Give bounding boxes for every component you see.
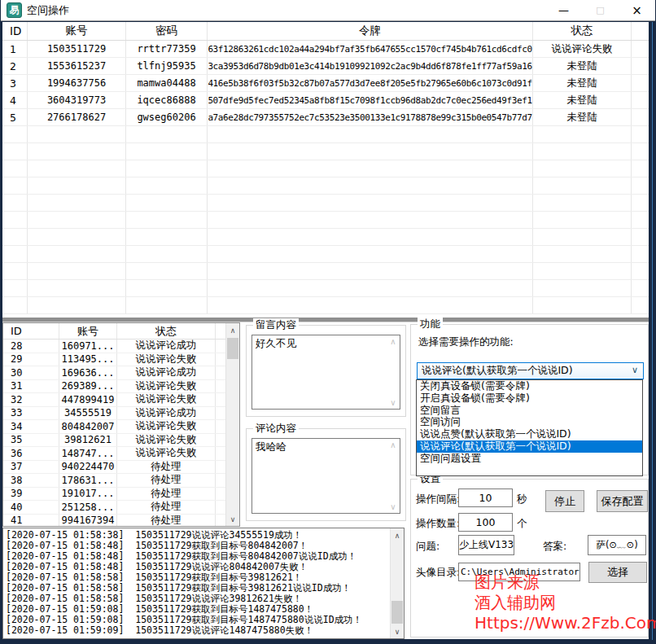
table-cell: ID: [3, 323, 59, 339]
scroll-up-icon[interactable]: ∧: [391, 528, 404, 542]
table-cell: 2: [2, 58, 28, 74]
dropdown-item[interactable]: 空间留言: [417, 405, 642, 417]
table-cell: [2, 126, 28, 142]
dropdown-item[interactable]: 空间问题设置: [417, 453, 642, 465]
table-cell: [2, 246, 28, 262]
empty-row: [2, 212, 649, 229]
table-cell: 待处理: [117, 488, 216, 501]
table-row[interactable]: 31994637756mamwa04488416e5b38f6f03f5b32c…: [2, 75, 649, 92]
table-row[interactable]: 29113495...说说评论失败: [3, 353, 239, 367]
table-row[interactable]: 36148747...说说评论失败: [3, 447, 239, 461]
table-cell: 39812621: [59, 434, 117, 447]
empty-row: [2, 195, 649, 212]
table-cell: 148747...: [59, 447, 117, 460]
table-row[interactable]: 28160971...说说评论成功: [3, 340, 239, 353]
log-box[interactable]: [2020-07-15 01:58:38] 1503511729说说评论3455…: [2, 528, 405, 639]
comment-textarea[interactable]: 我哈哈 ∧ ∨: [251, 438, 400, 514]
table-row[interactable]: 30169636...说说评论成功: [3, 366, 239, 380]
table-cell: [2, 229, 28, 245]
count-input[interactable]: [458, 513, 513, 532]
table-row[interactable]: 34804842007说说评论失败: [3, 420, 239, 434]
table-cell: [28, 143, 126, 160]
table-cell: 39: [3, 488, 59, 501]
table-cell: 160971...: [59, 340, 117, 353]
count-unit: 个: [517, 517, 527, 531]
scroll-up-icon[interactable]: ∧: [226, 323, 239, 337]
dropdown-item[interactable]: 说说点赞(默认获取第一个说说ID): [417, 428, 642, 440]
stop-button[interactable]: 停止: [545, 490, 584, 512]
scroll-up-icon[interactable]: ∧: [388, 337, 398, 346]
table-row[interactable]: 3539812621说说评论失败: [3, 434, 239, 448]
table-row[interactable]: 43604319773iqcec86888507dfe9d5fec7ed5234…: [2, 92, 649, 109]
table-cell: [533, 297, 632, 313]
function-combobox[interactable]: 说说评论(默认获取第一个说说ID) ∨: [417, 362, 644, 379]
table-row[interactable]: 38178631...待处理: [3, 474, 239, 488]
table-cell: [28, 297, 126, 313]
results-table: ID账号状态28160971...说说评论成功29113495...说说评论失败…: [2, 322, 240, 527]
scroll-down-icon[interactable]: ∨: [391, 624, 404, 638]
empty-row: [2, 160, 649, 177]
avatar-dir-label: 头像目录:: [416, 566, 460, 580]
table-row[interactable]: 21553615237tlfnj959353ca3953d6d78b9db01e…: [2, 58, 649, 75]
table-row[interactable]: 32447899419说说评论失败: [3, 393, 239, 407]
table-row[interactable]: 3334555519说说评论成功: [3, 407, 239, 421]
dropdown-item[interactable]: 关闭真设备锁(需要令牌): [417, 380, 642, 392]
save-config-button[interactable]: 保存配置: [597, 490, 648, 512]
table-cell: [126, 143, 208, 160]
scroll-up-icon[interactable]: ∧: [388, 440, 398, 449]
table-cell: [126, 126, 208, 142]
table-cell: 38: [3, 474, 59, 487]
table-cell: [2, 160, 28, 177]
dropdown-item[interactable]: 空间访问: [417, 416, 642, 428]
answer-label: 答案:: [543, 540, 566, 554]
log-scrollbar[interactable]: ∧ ∨: [390, 528, 404, 638]
table-cell: [533, 195, 632, 211]
scroll-down-icon[interactable]: ∨: [388, 398, 398, 407]
table-cell: 169636...: [59, 366, 117, 379]
scroll-down-icon[interactable]: ∨: [388, 502, 398, 511]
table-cell: 说说评论失败: [117, 434, 216, 447]
message-text: 好久不见: [252, 335, 400, 353]
titlebar: 易 空间操作 — □ ×: [1, 0, 655, 21]
table-cell: [28, 195, 126, 211]
question-input[interactable]: [458, 535, 514, 555]
table-cell: gwseg60206: [126, 109, 208, 125]
interval-input[interactable]: [458, 488, 513, 507]
log-line: [2020-07-15 01:59:09] 1503511729说说评论1487…: [6, 625, 401, 636]
table-cell: [533, 263, 632, 279]
table-cell: 804842007: [59, 420, 117, 433]
minimize-button[interactable]: —: [545, 0, 582, 20]
scroll-thumb[interactable]: [391, 601, 403, 624]
table-row[interactable]: 41994167394待处理: [3, 515, 239, 528]
table-row[interactable]: 40251258...待处理: [3, 501, 239, 515]
group-title: 功能: [418, 318, 443, 331]
table-cell: 账号: [59, 323, 117, 339]
close-icon[interactable]: ×: [619, 0, 655, 20]
splitter: [2, 317, 649, 322]
table-cell: 4: [2, 92, 28, 108]
table-cell: 63f12863261cdc102a44a294bf7af35fb647655c…: [208, 41, 533, 57]
table-cell: [533, 229, 632, 245]
table-row[interactable]: 39191017...待处理: [3, 488, 239, 502]
watermark-line: 酒入辅助网: [475, 593, 656, 613]
scroll-down-icon[interactable]: ∨: [226, 512, 239, 526]
answer-input[interactable]: [588, 535, 646, 555]
table-cell: 待处理: [117, 474, 216, 487]
accounts-table: ID账号密码令牌状态11503511729rrttr7735963f128632…: [2, 22, 649, 317]
scroll-thumb[interactable]: [227, 338, 238, 359]
table-cell: [208, 195, 533, 211]
table-row[interactable]: 31269389...说说评论失败: [3, 380, 239, 394]
table-cell: [632, 246, 649, 262]
table-cell: 41: [3, 515, 59, 528]
table-row[interactable]: 11503511729rrttr7735963f12863261cdc102a4…: [2, 41, 649, 58]
table-cell: [632, 41, 649, 57]
table-row[interactable]: 52766178627gwseg60206a7a6e28dc797355752e…: [2, 109, 649, 126]
dropdown-item[interactable]: 说说评论(默认获取第一个说说ID): [417, 440, 642, 453]
dropdown-item[interactable]: 开启真设备锁(需要令牌): [417, 392, 642, 405]
table-cell: 113495...: [59, 353, 117, 366]
message-textarea[interactable]: 好久不见 ∧ ∨: [251, 335, 400, 410]
table-row[interactable]: 37940224470待处理: [3, 461, 239, 475]
results-scrollbar[interactable]: ∧ ∨: [225, 323, 239, 526]
table-cell: [28, 160, 126, 177]
table-cell: 507dfe9d5fec7ed52345a8fb8f15c7098f1ccb96…: [208, 92, 533, 108]
